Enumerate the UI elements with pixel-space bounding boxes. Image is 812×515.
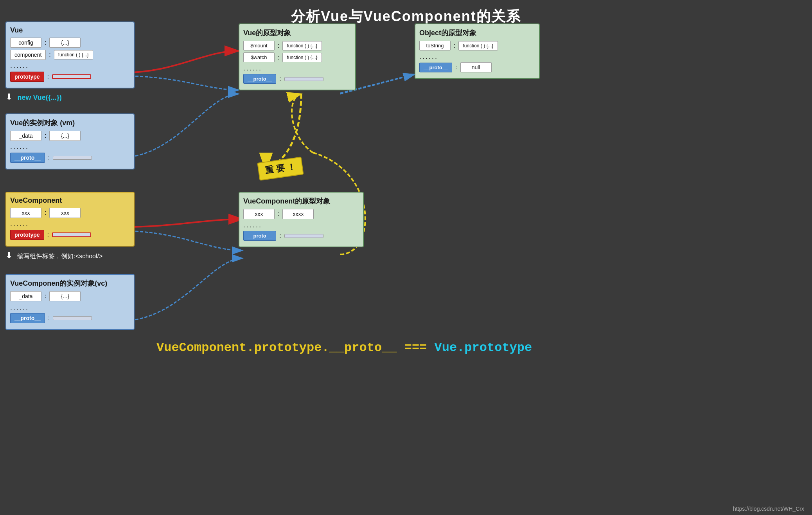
vcp-xxx-val: xxxx — [282, 209, 314, 219]
vci-proto-val — [53, 316, 92, 320]
formula-vue: Vue — [435, 340, 457, 355]
vp-watch-val: function ( ) {...} — [282, 53, 322, 62]
colon16: : — [279, 232, 281, 239]
op-dots: ...... — [419, 52, 535, 61]
vci-dots: ...... — [10, 303, 130, 312]
vm-dots: ...... — [10, 143, 130, 151]
vc-dots: ...... — [10, 220, 130, 228]
vcp-row-proto: __proto__ : — [243, 231, 359, 241]
vc-instance-box: VueComponen的实例对象(vc) _data : {...} .....… — [5, 274, 135, 330]
vp-watch-key: $watch — [243, 52, 275, 62]
formula-dot2: . — [322, 340, 329, 355]
vue-box-title: Vue — [10, 26, 130, 34]
write-component-annotation: ⬇ 编写组件标签，例如:<school/> — [5, 250, 99, 261]
important-badge: 重 要 ！ — [257, 157, 304, 180]
op-proto-key: __proto__ — [419, 63, 452, 72]
op-proto-val: null — [460, 62, 492, 72]
vcp-proto-key: __proto__ — [243, 231, 276, 241]
vc-prototype-key: prototype — [10, 230, 44, 240]
vp-row-mount: $mount : function ( ) {...} — [243, 41, 351, 50]
vue-box: Vue config : {...} component : function … — [5, 22, 135, 88]
vue-row-component: component : function ( ) {...} — [10, 50, 130, 60]
vue-row-config: config : {...} — [10, 38, 130, 48]
formula-dot1: . — [246, 340, 254, 355]
vc-prototype-val — [52, 232, 91, 237]
vue-instance-box: Vue的实例对象 (vm) _data : {...} ...... __pro… — [5, 113, 135, 169]
formula-dot3: . — [457, 340, 464, 355]
colon8: : — [45, 293, 46, 300]
colon7: : — [47, 231, 49, 238]
vp-dots: ...... — [243, 64, 351, 72]
vp-row-watch: $watch : function ( ) {...} — [243, 52, 351, 62]
vue-proto-title: Vue的原型对象 — [243, 28, 351, 38]
vc-instance-title: VueComponen的实例对象(vc) — [10, 279, 130, 288]
colon14: : — [455, 64, 457, 71]
formula-vue-component: VueComponent — [156, 340, 246, 355]
vp-mount-val: function ( ) {...} — [282, 41, 322, 50]
vci-proto-key: __proto__ — [10, 313, 45, 323]
vc-proto-title: VueComponent的原型对象 — [243, 196, 359, 206]
vm-proto-val — [53, 156, 92, 160]
vci-row-data: _data : {...} — [10, 291, 130, 301]
colon6: : — [45, 209, 46, 216]
vc-xxx-key: xxx — [10, 208, 41, 218]
vue-proto-box: Vue的原型对象 $mount : function ( ) {...} $wa… — [239, 23, 356, 90]
vc-row-prototype: prototype : — [10, 230, 130, 240]
colon1: : — [45, 39, 46, 46]
colon13: : — [454, 42, 455, 49]
vc-row-xxx: xxx : xxx — [10, 208, 130, 218]
vue-component-key: component — [10, 50, 46, 60]
op-row-proto: __proto__ : null — [419, 62, 535, 72]
colon10: : — [278, 42, 279, 49]
vci-data-key: _data — [10, 291, 41, 301]
vm-row-proto: __proto__ : — [10, 153, 130, 163]
colon12: : — [279, 76, 281, 83]
object-proto-title: Object的原型对象 — [419, 28, 535, 38]
colon11: : — [278, 54, 279, 61]
vm-data-val: {...} — [49, 131, 81, 141]
colon4: : — [45, 132, 46, 139]
colon2: : — [49, 51, 50, 58]
vp-proto-val — [284, 77, 323, 81]
colon9: : — [48, 315, 50, 322]
vue-component-title: VueComponent — [10, 196, 130, 205]
object-proto-box: Object的原型对象 toString : function ( ) {...… — [415, 23, 540, 79]
vue-component-box: VueComponent xxx : xxx ...... prototype … — [5, 192, 135, 247]
write-component-label: 编写组件标签，例如:<school/> — [17, 253, 102, 259]
vcp-row-xxx: xxx : xxxx — [243, 209, 359, 219]
vcp-dots: ...... — [243, 221, 359, 229]
vue-row-prototype: prototype : — [10, 72, 130, 82]
vci-data-val: {...} — [49, 291, 81, 301]
formula: VueComponent.prototype.__proto__ === Vue… — [156, 340, 532, 355]
op-row-tostring: toString : function ( ) {...} — [419, 41, 535, 50]
vm-proto-key: __proto__ — [10, 153, 45, 163]
op-tostring-key: toString — [419, 41, 451, 50]
vue-prototype-val — [52, 74, 91, 79]
colon5: : — [48, 154, 50, 161]
formula-proto: __proto__ — [329, 340, 397, 355]
vue-config-val: {...} — [49, 38, 81, 48]
footer: https://blog.csdn.net/WH_Crx — [733, 506, 804, 512]
vm-data-key: _data — [10, 131, 41, 141]
formula-vue-proto: prototype — [464, 340, 532, 355]
vue-component-val: function ( ) {...} — [54, 50, 93, 59]
vue-instance-title: Vue的实例对象 (vm) — [10, 118, 130, 128]
vue-config-key: config — [10, 38, 41, 48]
vc-proto-box: VueComponent的原型对象 xxx : xxxx ...... __pr… — [239, 192, 364, 247]
op-tostring-val: function ( ) {...} — [458, 41, 498, 50]
vp-row-proto: __proto__ : — [243, 74, 351, 84]
vue-dots: ...... — [10, 62, 130, 70]
vc-xxx-val: xxx — [49, 208, 81, 218]
vm-row-data: _data : {...} — [10, 131, 130, 141]
vcp-xxx-key: xxx — [243, 209, 275, 219]
vp-proto-key: __proto__ — [243, 74, 276, 84]
formula-equals: === — [397, 340, 435, 355]
colon3: : — [47, 73, 49, 80]
vp-mount-key: $mount — [243, 41, 275, 50]
colon15: : — [278, 211, 279, 218]
vcp-proto-val — [284, 234, 323, 238]
new-vue-annotation: ⬇ new Vue({...}) — [5, 92, 59, 102]
new-vue-label: new Vue({...}) — [17, 94, 61, 101]
vue-prototype-key: prototype — [10, 72, 44, 82]
formula-prototype: prototype — [254, 340, 322, 355]
